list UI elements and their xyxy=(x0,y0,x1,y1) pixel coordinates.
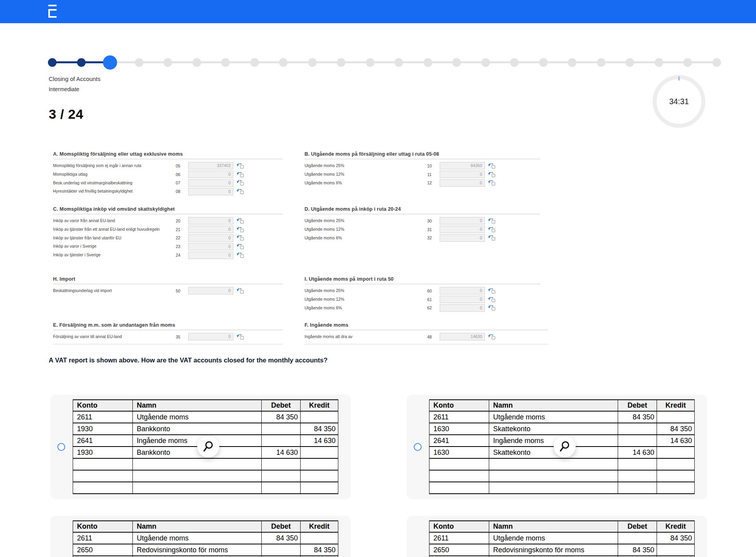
vat-row-22: Inköp av tjänster från land utanför EU22… xyxy=(53,234,283,243)
step-dot-12 xyxy=(366,58,374,67)
step-dot-15 xyxy=(452,58,461,67)
table-cell: 1930 xyxy=(73,423,133,435)
reset-field-icon xyxy=(237,235,244,241)
reset-field-icon xyxy=(488,164,495,169)
table-cell xyxy=(618,423,657,435)
table-cell: 2611 xyxy=(429,411,489,423)
vat-section-2: C. Momspliktiga inköp vid omvänd skattsk… xyxy=(53,206,283,259)
step-dot-7 xyxy=(221,58,230,67)
vat-box-number: 05 xyxy=(171,164,185,168)
vat-row-30: Utgående moms 25%300 xyxy=(305,217,540,225)
vat-field-12: 0 xyxy=(440,179,485,187)
reset-field-icon xyxy=(237,189,244,195)
table-header-cell: Kredit xyxy=(657,521,695,532)
vat-box-number: 61 xyxy=(422,297,437,302)
option-B-zoom-magnifier[interactable] xyxy=(554,436,576,458)
vat-box-number: 30 xyxy=(422,219,437,223)
vat-row-label: Utgående moms 12% xyxy=(305,172,422,177)
vat-row-61: Utgående moms 12%610 xyxy=(305,295,540,304)
table-cell xyxy=(429,470,489,482)
table-cell: 2611 xyxy=(73,532,133,544)
table-cell xyxy=(262,544,301,556)
reset-field-icon xyxy=(488,305,495,311)
vat-row-label: Hyresintäkter vid frivillig betalningsky… xyxy=(53,189,171,194)
table-header-cell: Debet xyxy=(618,521,657,532)
vat-section-title: I. Utgående moms på import i ruta 50 xyxy=(305,276,540,284)
table-row xyxy=(429,470,695,482)
step-dot-8 xyxy=(250,58,259,67)
reset-field-icon xyxy=(488,219,495,224)
vat-row-label: Inköp av tjänster i Sverige xyxy=(53,252,171,258)
vat-row-24: Inköp av tjänster i Sverige240 xyxy=(53,251,283,259)
table-cell: Skattekonto xyxy=(489,423,618,435)
vat-row-31: Utgående moms 12%310 xyxy=(305,225,540,234)
step-dot-5 xyxy=(163,58,172,67)
vat-section-0: A. Momspliktig försäljning eller uttag e… xyxy=(53,151,283,196)
timer-value: 34:31 xyxy=(669,97,689,106)
vat-row-label: Momspliktiga uttag xyxy=(53,172,171,177)
option-A-zoom-magnifier[interactable] xyxy=(197,436,219,458)
step-dot-10 xyxy=(308,58,317,67)
vat-box-number: 24 xyxy=(171,253,185,257)
table-row: 2611Utgående moms84 350 xyxy=(73,411,338,423)
table-cell: 2641 xyxy=(73,435,133,447)
vat-box-number: 20 xyxy=(171,219,185,223)
magnifier-glass-icon xyxy=(558,440,571,453)
table-cell xyxy=(133,458,262,470)
table-row: 2650Redovisningskonto för moms84 350 xyxy=(429,544,695,556)
table-cell: 1630 xyxy=(429,423,489,435)
table-row: 2611Utgående moms84 350 xyxy=(429,532,695,544)
vat-box-number: 50 xyxy=(171,289,185,293)
vat-box-number: 10 xyxy=(422,164,437,168)
vat-row-label: Inköp av varor från annat EU-land xyxy=(53,218,171,224)
vat-row-label: Besk.underlag vid vinstmarginalbeskattni… xyxy=(53,180,171,186)
table-row: 2650Redovisningskonto för moms84 350 xyxy=(73,544,338,556)
vat-row-08: Hyresintäkter vid frivillig betalningsky… xyxy=(53,187,283,196)
vat-box-number: 23 xyxy=(171,244,185,249)
step-dot-11 xyxy=(337,58,345,67)
option-B-radio[interactable] xyxy=(414,443,422,451)
vat-row-label: Utgående moms 6% xyxy=(305,235,422,241)
vat-field-21: 0 xyxy=(188,226,233,233)
vat-row-06: Momspliktiga uttag060 xyxy=(53,170,283,179)
vat-row-07: Besk.underlag vid vinstmarginalbeskattni… xyxy=(53,179,283,188)
timer-tick xyxy=(678,76,680,81)
option-A-radio[interactable] xyxy=(57,443,65,451)
vat-row-label: Inköp av varor i Sverige xyxy=(53,244,171,249)
table-cell xyxy=(262,423,301,435)
table-cell xyxy=(301,482,338,494)
table-cell xyxy=(262,470,301,482)
vat-row-23: Inköp av varor i Sverige230 xyxy=(53,242,283,251)
vat-row-label: Momspliktig försäljning som ej ingår i a… xyxy=(53,163,171,169)
vat-section-6: E. Försäljning m.m. som är undantagen fr… xyxy=(53,322,283,344)
vat-section-title: E. Försäljning m.m. som är undantagen fr… xyxy=(53,322,283,330)
vat-field-10: 84350 xyxy=(440,162,485,169)
table-row: 1930Bankkonto84 350 xyxy=(73,423,338,435)
table-cell: 1930 xyxy=(73,447,133,458)
vat-box-number: 62 xyxy=(422,305,437,310)
vat-row-60: Utgående moms 25%600 xyxy=(305,287,540,295)
vat-row-label: Beskattningsunderlag vid import xyxy=(53,288,171,294)
table-cell xyxy=(301,532,338,544)
table-row xyxy=(429,458,695,470)
table-cell: 14 630 xyxy=(657,435,695,447)
table-cell: Bankkonto xyxy=(133,423,262,435)
vat-field-08: 0 xyxy=(188,188,233,195)
table-cell xyxy=(618,470,657,482)
step-dot-9 xyxy=(279,58,288,67)
step-dot-19 xyxy=(568,58,576,67)
table-header-cell: Konto xyxy=(73,521,133,532)
reset-field-icon xyxy=(488,335,495,340)
vat-row-05: Momspliktig försäljning som ej ingår i a… xyxy=(53,162,283,170)
reset-field-icon xyxy=(488,180,495,186)
reset-field-icon xyxy=(488,172,495,178)
table-header-cell: Kredit xyxy=(301,400,338,411)
vat-section-5: I. Utgående moms på import i ruta 50Utgå… xyxy=(305,276,540,312)
table-cell xyxy=(429,458,489,470)
table-row: 1630Skattekonto84 350 xyxy=(429,423,695,435)
table-cell xyxy=(618,532,657,544)
step-dot-14 xyxy=(424,58,432,67)
table-header-cell: Debet xyxy=(618,400,657,411)
table-cell xyxy=(262,458,301,470)
table-cell xyxy=(489,470,618,482)
